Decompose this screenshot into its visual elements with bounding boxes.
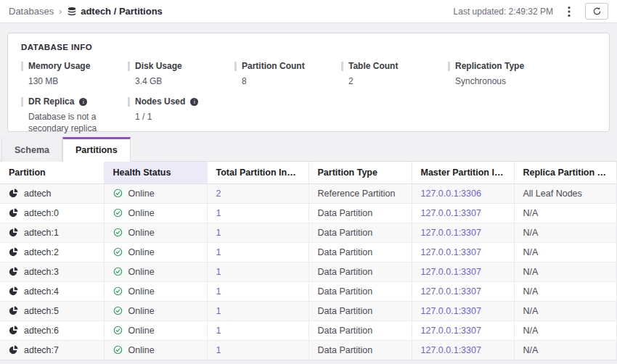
pie-chart-icon <box>9 228 18 237</box>
online-check-icon <box>113 306 123 315</box>
column-header-partition[interactable]: Partition <box>0 162 104 183</box>
info-stat-table-count: Table Count 2 <box>341 61 448 87</box>
stat-value: 3.4 GB <box>128 75 229 87</box>
online-check-icon <box>113 208 123 218</box>
partition-type-text: Data Partition <box>318 208 373 218</box>
total-instances-link[interactable]: 2 <box>216 189 221 199</box>
stat-accent-bar <box>448 62 450 71</box>
stat-value: 1 / 1 <box>128 111 229 123</box>
info-stat-partition-count: Partition Count 8 <box>234 61 341 87</box>
column-header-master-partition-instance[interactable]: Master Partition Instance ... <box>412 162 514 183</box>
health-status-text: Online <box>128 208 155 218</box>
health-status-text: Online <box>128 306 155 316</box>
table-body: adtech Online 2 Reference Partition 127.… <box>0 183 616 360</box>
table-row: adtech:0 Online 1 Data Partition 127.0.0… <box>0 203 616 223</box>
refresh-button[interactable] <box>585 3 608 20</box>
column-header-partition-type[interactable]: Partition Type <box>308 162 412 183</box>
pie-chart-icon <box>9 267 18 276</box>
health-status-text: Online <box>128 228 155 238</box>
info-stat-disk-usage: Disk Usage 3.4 GB <box>128 61 234 87</box>
kebab-menu-button[interactable] <box>563 4 575 19</box>
total-instances-link[interactable]: 1 <box>216 208 221 218</box>
info-stat-dr-replica: DR Replica Database is not a secondary r… <box>21 96 128 134</box>
partition-name: adtech:1 <box>24 228 59 238</box>
table-row: adtech:2 Online 1 Data Partition 127.0.0… <box>0 242 616 262</box>
online-check-icon <box>113 267 123 276</box>
info-icon[interactable] <box>190 98 198 106</box>
column-header-health-status[interactable]: Health Status <box>104 162 207 183</box>
last-updated-text: Last updated: 2:49:32 PM <box>454 7 553 17</box>
master-instance-link[interactable]: 127.0.0.1:3307 <box>421 247 481 257</box>
stat-label: Partition Count <box>242 61 305 71</box>
partition-type-text: Data Partition <box>318 267 373 277</box>
breadcrumb: Databases › adtech / Partitions <box>9 6 163 17</box>
replica-instance-text: N/A <box>523 247 539 257</box>
online-check-icon <box>113 247 123 257</box>
health-status-text: Online <box>128 345 155 355</box>
total-instances-link[interactable]: 1 <box>216 345 221 355</box>
partition-type-text: Data Partition <box>318 306 373 316</box>
pie-chart-icon <box>9 189 18 198</box>
master-instance-link[interactable]: 127.0.0.1:3306 <box>421 189 481 199</box>
partition-type-text: Data Partition <box>318 247 373 257</box>
info-stat-replication-type: Replication Type Synchronous <box>448 61 555 87</box>
table-row: adtech:5 Online 1 Data Partition 127.0.0… <box>0 301 616 320</box>
pie-chart-icon <box>9 326 18 335</box>
online-check-icon <box>113 326 123 335</box>
partition-name: adtech:0 <box>24 208 59 218</box>
total-instances-link[interactable]: 1 <box>216 326 221 336</box>
master-instance-link[interactable]: 127.0.0.1:3307 <box>421 286 481 297</box>
table-row: adtech Online 2 Reference Partition 127.… <box>0 183 616 203</box>
column-header-replica-partition-instance[interactable]: Replica Partition Instance ... <box>514 162 616 183</box>
partition-name: adtech:7 <box>24 345 59 355</box>
info-icon[interactable] <box>79 98 87 106</box>
health-status-text: Online <box>128 286 155 297</box>
partition-name: adtech:2 <box>24 247 59 257</box>
table-row: adtech:3 Online 1 Data Partition 127.0.0… <box>0 262 616 281</box>
master-instance-link[interactable]: 127.0.0.1:3307 <box>421 267 481 277</box>
replica-instance-text: N/A <box>523 286 539 297</box>
master-instance-link[interactable]: 127.0.0.1:3307 <box>421 326 481 336</box>
total-instances-link[interactable]: 1 <box>216 228 221 238</box>
replica-instance-text: N/A <box>523 267 539 277</box>
replica-instance-text: All Leaf Nodes <box>523 189 582 199</box>
tab-schema[interactable]: Schema <box>1 137 62 162</box>
breadcrumb-databases-link[interactable]: Databases <box>9 6 54 17</box>
table-row: adtech:4 Online 1 Data Partition 127.0.0… <box>0 281 616 301</box>
health-status-text: Online <box>128 326 155 336</box>
pie-chart-icon <box>9 286 18 296</box>
master-instance-link[interactable]: 127.0.0.1:3307 <box>421 306 481 316</box>
table-row: adtech:6 Online 1 Data Partition 127.0.0… <box>0 320 616 340</box>
stat-value: 2 <box>341 75 443 87</box>
partition-name: adtech:4 <box>24 286 59 297</box>
partition-name: adtech <box>24 189 52 199</box>
total-instances-link[interactable]: 1 <box>216 306 221 316</box>
stat-value: 8 <box>234 75 336 87</box>
stat-value: Database is not a secondary replica <box>21 111 123 134</box>
breadcrumb-current-label: adtech / Partitions <box>81 6 163 17</box>
top-bar: Databases › adtech / Partitions Last upd… <box>0 0 617 23</box>
total-instances-link[interactable]: 1 <box>216 267 221 277</box>
stat-value: 130 MB <box>21 75 123 87</box>
pie-chart-icon <box>9 345 18 355</box>
replica-instance-text: N/A <box>523 228 539 238</box>
health-status-text: Online <box>128 247 155 257</box>
stat-accent-bar <box>341 62 343 71</box>
master-instance-link[interactable]: 127.0.0.1:3307 <box>421 228 481 238</box>
partition-type-text: Data Partition <box>318 345 373 355</box>
online-check-icon <box>113 189 123 198</box>
table-row: adtech:1 Online 1 Data Partition 127.0.0… <box>0 223 616 242</box>
database-icon <box>67 7 77 17</box>
master-instance-link[interactable]: 127.0.0.1:3307 <box>421 345 481 355</box>
pie-chart-icon <box>9 208 18 218</box>
stat-accent-bar <box>234 62 237 71</box>
total-instances-link[interactable]: 1 <box>216 247 221 257</box>
info-stat-memory-usage: Memory Usage 130 MB <box>21 61 128 87</box>
column-header-total-partition-instances[interactable]: Total Partition Instances <box>207 162 308 183</box>
topbar-actions: Last updated: 2:49:32 PM <box>454 3 608 20</box>
total-instances-link[interactable]: 1 <box>216 286 221 297</box>
tab-partitions[interactable]: Partitions <box>62 137 131 162</box>
partition-type-text: Data Partition <box>318 286 373 297</box>
master-instance-link[interactable]: 127.0.0.1:3307 <box>421 208 481 218</box>
pie-chart-icon <box>9 247 18 257</box>
